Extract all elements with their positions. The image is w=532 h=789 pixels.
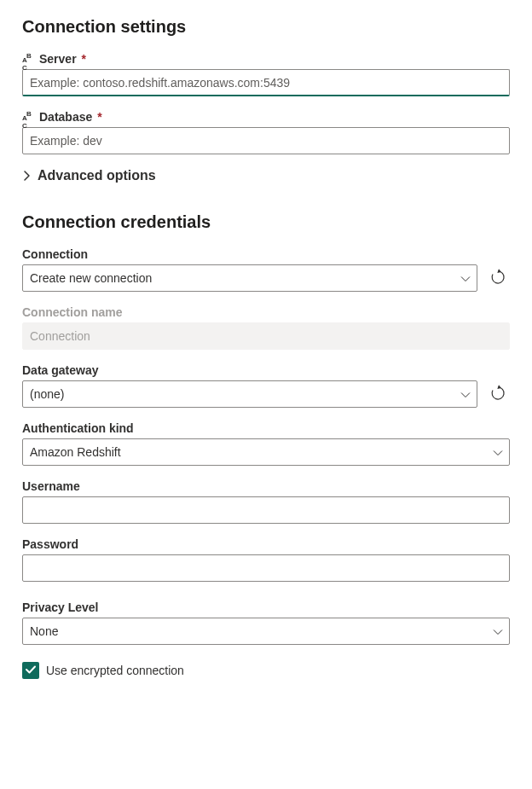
server-field: Server * xyxy=(22,52,510,96)
connection-credentials-heading: Connection credentials xyxy=(22,212,510,232)
connection-name-field: Connection name xyxy=(22,305,510,350)
text-type-icon xyxy=(22,111,36,123)
refresh-icon xyxy=(489,385,506,404)
server-input[interactable] xyxy=(22,69,510,96)
data-gateway-select[interactable]: (none) xyxy=(22,380,477,408)
checkmark-icon xyxy=(25,664,37,678)
text-type-icon xyxy=(22,53,36,65)
database-field: Database * xyxy=(22,110,510,154)
refresh-gateway-button[interactable] xyxy=(486,382,510,406)
username-field: Username xyxy=(22,479,510,524)
connection-field: Connection Create new connection xyxy=(22,247,510,292)
authentication-kind-select[interactable]: Amazon Redshift xyxy=(22,438,510,466)
refresh-icon xyxy=(489,269,506,288)
encrypted-connection-row: Use encrypted connection xyxy=(22,662,510,679)
privacy-level-select[interactable]: None xyxy=(22,618,510,645)
encrypted-connection-checkbox[interactable] xyxy=(22,662,39,679)
password-label: Password xyxy=(22,537,510,551)
connection-select[interactable]: Create new connection xyxy=(22,264,477,292)
refresh-connection-button[interactable] xyxy=(486,266,510,290)
data-gateway-label: Data gateway xyxy=(22,363,510,377)
database-label: Database xyxy=(39,110,92,124)
chevron-right-icon xyxy=(22,171,32,181)
authentication-kind-label: Authentication kind xyxy=(22,421,510,435)
server-label: Server xyxy=(39,52,77,66)
data-gateway-value: (none) xyxy=(30,387,64,401)
advanced-options-expander[interactable]: Advanced options xyxy=(22,168,510,183)
username-input[interactable] xyxy=(22,496,510,524)
privacy-level-label: Privacy Level xyxy=(22,600,510,614)
password-field: Password xyxy=(22,537,510,582)
connection-value: Create new connection xyxy=(30,271,152,285)
password-input[interactable] xyxy=(22,554,510,582)
connection-name-input xyxy=(22,322,510,350)
username-label: Username xyxy=(22,479,510,493)
privacy-level-field: Privacy Level None xyxy=(22,600,510,645)
data-gateway-field: Data gateway (none) xyxy=(22,363,510,408)
database-input[interactable] xyxy=(22,127,510,154)
authentication-kind-value: Amazon Redshift xyxy=(30,445,121,459)
authentication-kind-field: Authentication kind Amazon Redshift xyxy=(22,421,510,466)
encrypted-connection-label: Use encrypted connection xyxy=(46,664,184,677)
connection-label: Connection xyxy=(22,247,510,261)
connection-name-label: Connection name xyxy=(22,305,510,319)
required-indicator: * xyxy=(97,110,101,124)
advanced-options-label: Advanced options xyxy=(38,168,156,183)
privacy-level-value: None xyxy=(30,624,58,638)
connection-settings-heading: Connection settings xyxy=(22,17,510,37)
required-indicator: * xyxy=(82,52,86,66)
